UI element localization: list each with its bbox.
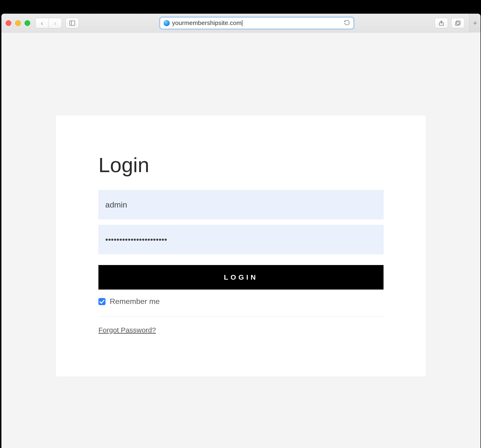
globe-icon — [164, 20, 170, 26]
address-bar[interactable]: yourmembershipsite.com — [160, 17, 353, 29]
divider — [98, 316, 383, 317]
text-caret — [242, 20, 242, 26]
chevron-right-icon: › — [54, 20, 56, 27]
password-input[interactable] — [98, 225, 383, 254]
forward-button[interactable]: › — [49, 18, 62, 28]
svg-rect-4 — [456, 22, 459, 25]
toolbar-right — [435, 14, 475, 33]
share-button[interactable] — [435, 18, 448, 28]
window-controls — [6, 20, 30, 26]
nav-buttons: ‹ › — [35, 18, 62, 28]
page-viewport: Login LOGIN Remember me Forgot Password? — [1, 115, 481, 448]
forgot-password-link[interactable]: Forgot Password? — [98, 326, 156, 334]
page-title: Login — [98, 153, 383, 177]
address-bar-text: yourmembershipsite.com — [172, 19, 242, 27]
back-button[interactable]: ‹ — [35, 18, 49, 28]
new-tab-button[interactable] — [469, 14, 481, 33]
sidebar-icon — [69, 20, 75, 26]
remember-me-row[interactable]: Remember me — [98, 297, 383, 306]
tabs-icon — [455, 20, 461, 26]
svg-rect-3 — [457, 21, 460, 24]
login-card: Login LOGIN Remember me Forgot Password? — [56, 115, 426, 377]
zoom-window-button[interactable] — [24, 20, 30, 26]
reload-icon — [344, 20, 350, 26]
svg-rect-0 — [70, 21, 75, 25]
sidebar-toggle-button[interactable] — [66, 18, 79, 28]
remember-me-label: Remember me — [110, 297, 160, 306]
remember-me-checkbox[interactable] — [98, 298, 105, 305]
login-button[interactable]: LOGIN — [98, 265, 383, 290]
chevron-left-icon: ‹ — [41, 20, 43, 27]
share-icon — [438, 20, 444, 26]
safari-window: ‹ › yourmembershipsite.com — [1, 14, 481, 448]
minimize-window-button[interactable] — [15, 20, 21, 26]
reload-button[interactable] — [344, 20, 350, 27]
show-tabs-button[interactable] — [451, 18, 465, 28]
username-input[interactable] — [98, 190, 383, 219]
browser-toolbar: ‹ › yourmembershipsite.com — [1, 14, 481, 33]
close-window-button[interactable] — [6, 20, 11, 26]
plus-icon — [472, 20, 478, 26]
